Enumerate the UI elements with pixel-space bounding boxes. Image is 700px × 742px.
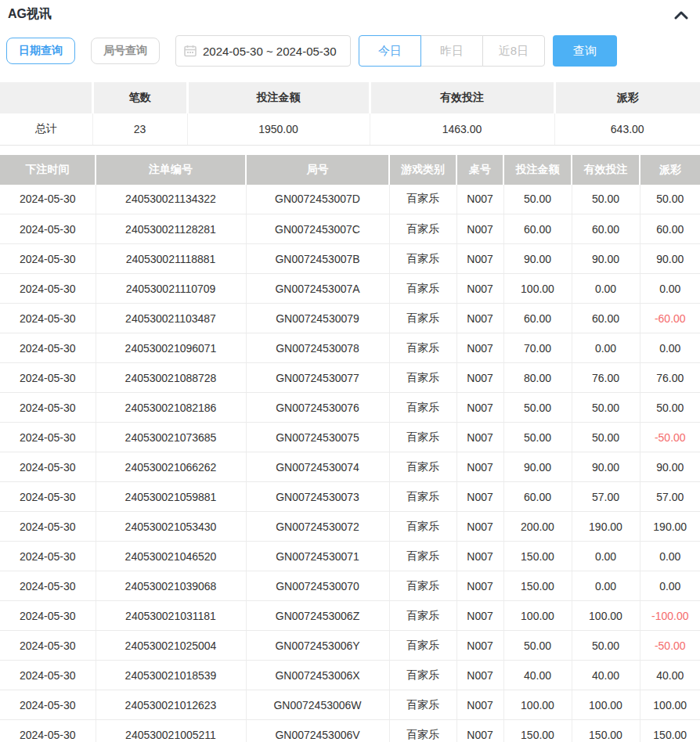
table-cell: GN0072453006W — [246, 690, 389, 720]
table-cell: 2024-05-30 — [0, 244, 96, 274]
table-cell: 1463.00 — [370, 113, 554, 145]
table-cell: 2024-05-30 — [0, 571, 96, 601]
table-cell: 2024-05-30 — [0, 393, 96, 423]
table-cell: 百家乐 — [389, 393, 456, 423]
table-cell: 总计 — [0, 113, 92, 145]
table-cell: N007 — [456, 512, 503, 542]
table-cell: 240530021073685 — [96, 423, 246, 452]
table-cell: 90.00 — [572, 452, 640, 482]
table-cell: 60.00 — [572, 304, 640, 333]
table-cell: 90.00 — [640, 244, 700, 274]
summary-table: 笔数 投注金额 有效投注 派彩 总计231950.001463.00643.00 — [0, 82, 700, 146]
round-query-tab[interactable]: 局号查询 — [91, 38, 160, 64]
table-cell: -50.00 — [640, 631, 700, 661]
table-cell: 240530021088728 — [96, 363, 246, 393]
bet-record-row: 2024-05-30240530021088728GN00724530077百家… — [0, 363, 700, 393]
chevron-up-icon — [674, 10, 688, 20]
table-cell: N007 — [456, 333, 503, 363]
table-cell: 240530021082186 — [96, 393, 246, 423]
table-cell: 40.00 — [640, 661, 700, 690]
table-cell: 2024-05-30 — [0, 185, 96, 214]
calendar-icon — [184, 45, 197, 57]
bet-record-row: 2024-05-30240530021134322GN0072453007D百家… — [0, 185, 700, 214]
table-cell: GN00724530072 — [246, 512, 389, 542]
summary-total-row: 总计231950.001463.00643.00 — [0, 113, 700, 145]
table-cell: GN00724530074 — [246, 452, 389, 482]
table-cell: 百家乐 — [389, 304, 456, 333]
bet-record-row: 2024-05-30240530021073685GN00724530075百家… — [0, 423, 700, 452]
table-cell: 0.00 — [640, 333, 700, 363]
table-cell: 150.00 — [503, 720, 572, 742]
table-cell: 150.00 — [572, 720, 640, 742]
quick-range-today[interactable]: 今日 — [359, 35, 421, 67]
table-cell: GN00724530076 — [246, 393, 389, 423]
summary-header-bet-amount: 投注金额 — [187, 82, 370, 113]
table-cell: N007 — [456, 214, 503, 244]
table-cell: 90.00 — [503, 244, 572, 274]
bet-record-row: 2024-05-30240530021005211GN0072453006V百家… — [0, 720, 700, 742]
table-cell: 240530021059881 — [96, 482, 246, 512]
table-cell: GN00724530073 — [246, 482, 389, 512]
table-cell: 百家乐 — [389, 363, 456, 393]
summary-header-empty — [0, 82, 92, 113]
table-cell: 2024-05-30 — [0, 720, 96, 742]
table-cell: 60.00 — [640, 214, 700, 244]
table-cell: 50.00 — [572, 423, 640, 452]
table-cell: GN0072453007D — [246, 185, 389, 214]
detail-header-table-no: 桌号 — [456, 155, 503, 185]
table-cell: 百家乐 — [389, 661, 456, 690]
bet-record-row: 2024-05-30240530021103487GN00724530079百家… — [0, 304, 700, 333]
table-cell: GN0072453006Y — [246, 631, 389, 661]
table-cell: 2024-05-30 — [0, 542, 96, 571]
table-cell: 百家乐 — [389, 423, 456, 452]
table-cell: 240530021066262 — [96, 452, 246, 482]
table-cell: N007 — [456, 423, 503, 452]
page-title: AG视讯 — [8, 6, 52, 23]
table-cell: 60.00 — [572, 214, 640, 244]
table-cell: 2024-05-30 — [0, 482, 96, 512]
table-cell: 190.00 — [640, 512, 700, 542]
table-cell: 100.00 — [503, 690, 572, 720]
quick-range-last8days[interactable]: 近8日 — [482, 35, 545, 67]
table-cell: 2024-05-30 — [0, 214, 96, 244]
table-cell: 百家乐 — [389, 720, 456, 742]
table-cell: N007 — [456, 571, 503, 601]
table-cell: 2024-05-30 — [0, 363, 96, 393]
table-cell: 2024-05-30 — [0, 304, 96, 333]
table-cell: 0.00 — [572, 571, 640, 601]
table-cell: 1950.00 — [187, 113, 370, 145]
date-query-tab[interactable]: 日期查询 — [6, 38, 75, 64]
table-cell: 240530021053430 — [96, 512, 246, 542]
table-cell: N007 — [456, 601, 503, 631]
table-cell: 百家乐 — [389, 452, 456, 482]
quick-range-yesterday[interactable]: 昨日 — [420, 35, 483, 67]
bet-record-row: 2024-05-30240530021118881GN0072453007B百家… — [0, 244, 700, 274]
table-cell: 百家乐 — [389, 631, 456, 661]
detail-header-bet-amount: 投注金额 — [503, 155, 572, 185]
table-cell: 240530021025004 — [96, 631, 246, 661]
table-cell: 2024-05-30 — [0, 452, 96, 482]
table-cell: GN0072453007C — [246, 214, 389, 244]
table-cell: 76.00 — [572, 363, 640, 393]
date-range-input[interactable]: 2024-05-30 ~ 2024-05-30 — [175, 35, 351, 67]
date-range-value: 2024-05-30 ~ 2024-05-30 — [203, 45, 337, 58]
detail-header-payout: 派彩 — [640, 155, 700, 185]
collapse-panel-button[interactable] — [672, 8, 691, 22]
table-cell: 40.00 — [503, 661, 572, 690]
table-cell: GN00724530075 — [246, 423, 389, 452]
table-cell: 百家乐 — [389, 512, 456, 542]
table-cell: 百家乐 — [389, 185, 456, 214]
table-cell: 百家乐 — [389, 244, 456, 274]
table-cell: 2024-05-30 — [0, 274, 96, 304]
table-cell: 100.00 — [503, 274, 572, 304]
search-button[interactable]: 查询 — [553, 35, 617, 67]
table-cell: 百家乐 — [389, 482, 456, 512]
table-cell: 百家乐 — [389, 601, 456, 631]
table-cell: 90.00 — [640, 452, 700, 482]
table-cell: GN00724530071 — [246, 542, 389, 571]
table-cell: 57.00 — [572, 482, 640, 512]
table-cell: 90.00 — [503, 452, 572, 482]
table-cell: 2024-05-30 — [0, 661, 96, 690]
quick-range-group: 今日 昨日 近8日 — [359, 35, 545, 67]
table-cell: 150.00 — [640, 720, 700, 742]
